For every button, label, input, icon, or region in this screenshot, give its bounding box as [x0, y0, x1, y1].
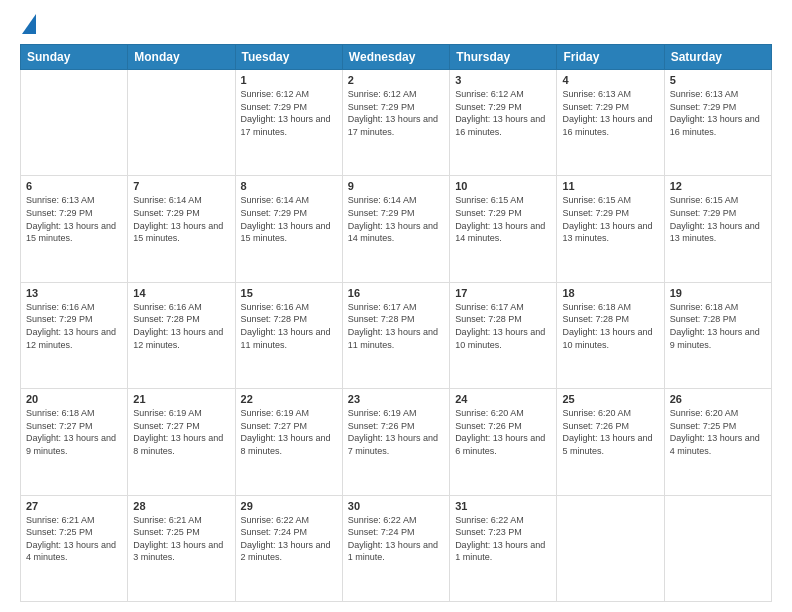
calendar-cell: 1Sunrise: 6:12 AM Sunset: 7:29 PM Daylig…	[235, 70, 342, 176]
day-info: Sunrise: 6:14 AM Sunset: 7:29 PM Dayligh…	[133, 194, 229, 244]
calendar-cell: 27Sunrise: 6:21 AM Sunset: 7:25 PM Dayli…	[21, 495, 128, 601]
week-row-2: 6Sunrise: 6:13 AM Sunset: 7:29 PM Daylig…	[21, 176, 772, 282]
day-number: 31	[455, 500, 551, 512]
day-info: Sunrise: 6:12 AM Sunset: 7:29 PM Dayligh…	[348, 88, 444, 138]
calendar-cell: 24Sunrise: 6:20 AM Sunset: 7:26 PM Dayli…	[450, 389, 557, 495]
day-number: 10	[455, 180, 551, 192]
day-info: Sunrise: 6:15 AM Sunset: 7:29 PM Dayligh…	[670, 194, 766, 244]
day-number: 25	[562, 393, 658, 405]
day-info: Sunrise: 6:18 AM Sunset: 7:28 PM Dayligh…	[562, 301, 658, 351]
day-number: 13	[26, 287, 122, 299]
logo-triangle-icon	[22, 14, 36, 34]
day-info: Sunrise: 6:17 AM Sunset: 7:28 PM Dayligh…	[348, 301, 444, 351]
week-row-1: 1Sunrise: 6:12 AM Sunset: 7:29 PM Daylig…	[21, 70, 772, 176]
calendar-cell: 9Sunrise: 6:14 AM Sunset: 7:29 PM Daylig…	[342, 176, 449, 282]
day-info: Sunrise: 6:13 AM Sunset: 7:29 PM Dayligh…	[670, 88, 766, 138]
calendar-cell: 25Sunrise: 6:20 AM Sunset: 7:26 PM Dayli…	[557, 389, 664, 495]
day-number: 17	[455, 287, 551, 299]
day-number: 12	[670, 180, 766, 192]
calendar-cell: 7Sunrise: 6:14 AM Sunset: 7:29 PM Daylig…	[128, 176, 235, 282]
calendar-cell	[128, 70, 235, 176]
day-info: Sunrise: 6:18 AM Sunset: 7:27 PM Dayligh…	[26, 407, 122, 457]
day-number: 3	[455, 74, 551, 86]
day-number: 4	[562, 74, 658, 86]
day-number: 7	[133, 180, 229, 192]
calendar-cell: 26Sunrise: 6:20 AM Sunset: 7:25 PM Dayli…	[664, 389, 771, 495]
day-number: 28	[133, 500, 229, 512]
day-info: Sunrise: 6:16 AM Sunset: 7:28 PM Dayligh…	[133, 301, 229, 351]
calendar-cell	[557, 495, 664, 601]
day-number: 9	[348, 180, 444, 192]
calendar-cell	[21, 70, 128, 176]
day-info: Sunrise: 6:19 AM Sunset: 7:27 PM Dayligh…	[133, 407, 229, 457]
day-number: 29	[241, 500, 337, 512]
day-number: 20	[26, 393, 122, 405]
calendar-cell: 6Sunrise: 6:13 AM Sunset: 7:29 PM Daylig…	[21, 176, 128, 282]
day-info: Sunrise: 6:12 AM Sunset: 7:29 PM Dayligh…	[455, 88, 551, 138]
day-number: 15	[241, 287, 337, 299]
day-number: 30	[348, 500, 444, 512]
calendar-table: SundayMondayTuesdayWednesdayThursdayFrid…	[20, 44, 772, 602]
day-info: Sunrise: 6:18 AM Sunset: 7:28 PM Dayligh…	[670, 301, 766, 351]
weekday-header-saturday: Saturday	[664, 45, 771, 70]
day-info: Sunrise: 6:15 AM Sunset: 7:29 PM Dayligh…	[455, 194, 551, 244]
calendar-cell: 16Sunrise: 6:17 AM Sunset: 7:28 PM Dayli…	[342, 282, 449, 388]
calendar-cell: 29Sunrise: 6:22 AM Sunset: 7:24 PM Dayli…	[235, 495, 342, 601]
weekday-header-tuesday: Tuesday	[235, 45, 342, 70]
day-number: 1	[241, 74, 337, 86]
week-row-5: 27Sunrise: 6:21 AM Sunset: 7:25 PM Dayli…	[21, 495, 772, 601]
day-info: Sunrise: 6:19 AM Sunset: 7:26 PM Dayligh…	[348, 407, 444, 457]
day-number: 5	[670, 74, 766, 86]
day-info: Sunrise: 6:22 AM Sunset: 7:24 PM Dayligh…	[241, 514, 337, 564]
day-info: Sunrise: 6:17 AM Sunset: 7:28 PM Dayligh…	[455, 301, 551, 351]
day-number: 27	[26, 500, 122, 512]
weekday-header-thursday: Thursday	[450, 45, 557, 70]
day-number: 21	[133, 393, 229, 405]
calendar-cell: 31Sunrise: 6:22 AM Sunset: 7:23 PM Dayli…	[450, 495, 557, 601]
day-number: 6	[26, 180, 122, 192]
day-number: 19	[670, 287, 766, 299]
header	[20, 16, 772, 34]
day-info: Sunrise: 6:15 AM Sunset: 7:29 PM Dayligh…	[562, 194, 658, 244]
weekday-header-friday: Friday	[557, 45, 664, 70]
day-number: 2	[348, 74, 444, 86]
calendar-cell: 23Sunrise: 6:19 AM Sunset: 7:26 PM Dayli…	[342, 389, 449, 495]
calendar-cell: 17Sunrise: 6:17 AM Sunset: 7:28 PM Dayli…	[450, 282, 557, 388]
day-number: 14	[133, 287, 229, 299]
calendar-cell: 5Sunrise: 6:13 AM Sunset: 7:29 PM Daylig…	[664, 70, 771, 176]
day-number: 11	[562, 180, 658, 192]
page: SundayMondayTuesdayWednesdayThursdayFrid…	[0, 0, 792, 612]
week-row-4: 20Sunrise: 6:18 AM Sunset: 7:27 PM Dayli…	[21, 389, 772, 495]
day-number: 26	[670, 393, 766, 405]
day-info: Sunrise: 6:20 AM Sunset: 7:25 PM Dayligh…	[670, 407, 766, 457]
week-row-3: 13Sunrise: 6:16 AM Sunset: 7:29 PM Dayli…	[21, 282, 772, 388]
calendar-cell: 22Sunrise: 6:19 AM Sunset: 7:27 PM Dayli…	[235, 389, 342, 495]
svg-marker-0	[22, 14, 36, 34]
day-info: Sunrise: 6:21 AM Sunset: 7:25 PM Dayligh…	[133, 514, 229, 564]
weekday-header-wednesday: Wednesday	[342, 45, 449, 70]
calendar-cell: 3Sunrise: 6:12 AM Sunset: 7:29 PM Daylig…	[450, 70, 557, 176]
calendar-cell: 28Sunrise: 6:21 AM Sunset: 7:25 PM Dayli…	[128, 495, 235, 601]
calendar-cell: 19Sunrise: 6:18 AM Sunset: 7:28 PM Dayli…	[664, 282, 771, 388]
day-number: 23	[348, 393, 444, 405]
day-number: 24	[455, 393, 551, 405]
day-info: Sunrise: 6:14 AM Sunset: 7:29 PM Dayligh…	[348, 194, 444, 244]
logo	[20, 16, 36, 34]
day-info: Sunrise: 6:14 AM Sunset: 7:29 PM Dayligh…	[241, 194, 337, 244]
day-number: 22	[241, 393, 337, 405]
calendar-cell: 14Sunrise: 6:16 AM Sunset: 7:28 PM Dayli…	[128, 282, 235, 388]
calendar-cell: 15Sunrise: 6:16 AM Sunset: 7:28 PM Dayli…	[235, 282, 342, 388]
day-number: 8	[241, 180, 337, 192]
day-info: Sunrise: 6:22 AM Sunset: 7:24 PM Dayligh…	[348, 514, 444, 564]
calendar-cell: 10Sunrise: 6:15 AM Sunset: 7:29 PM Dayli…	[450, 176, 557, 282]
calendar-cell	[664, 495, 771, 601]
weekday-header-row: SundayMondayTuesdayWednesdayThursdayFrid…	[21, 45, 772, 70]
weekday-header-sunday: Sunday	[21, 45, 128, 70]
calendar-cell: 12Sunrise: 6:15 AM Sunset: 7:29 PM Dayli…	[664, 176, 771, 282]
day-number: 18	[562, 287, 658, 299]
day-info: Sunrise: 6:20 AM Sunset: 7:26 PM Dayligh…	[562, 407, 658, 457]
calendar-cell: 21Sunrise: 6:19 AM Sunset: 7:27 PM Dayli…	[128, 389, 235, 495]
calendar-cell: 30Sunrise: 6:22 AM Sunset: 7:24 PM Dayli…	[342, 495, 449, 601]
day-info: Sunrise: 6:13 AM Sunset: 7:29 PM Dayligh…	[562, 88, 658, 138]
calendar-cell: 13Sunrise: 6:16 AM Sunset: 7:29 PM Dayli…	[21, 282, 128, 388]
